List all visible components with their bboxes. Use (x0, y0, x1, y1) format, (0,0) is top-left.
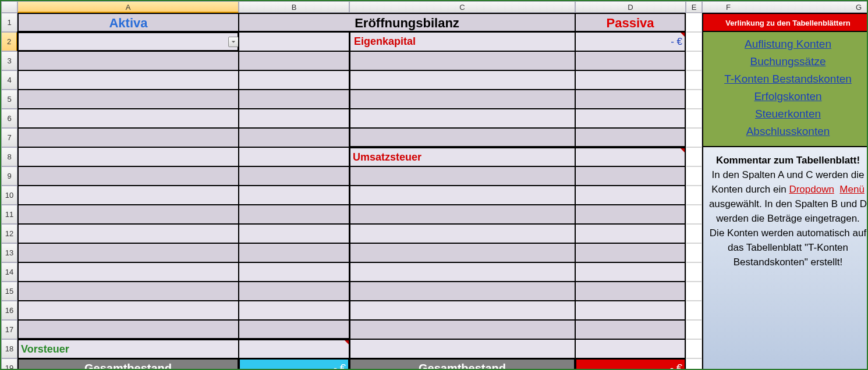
cell-D3[interactable] (575, 51, 686, 70)
row-header-5[interactable]: 5 (1, 90, 17, 109)
row-header-12[interactable]: 12 (1, 224, 17, 243)
cell-E14[interactable] (686, 262, 702, 282)
cell-B7[interactable] (239, 128, 349, 147)
cell-D10[interactable] (575, 186, 686, 205)
cell-B5[interactable] (239, 90, 349, 109)
row-header-8[interactable]: 8 (1, 147, 17, 166)
dropdown-button[interactable] (228, 37, 239, 47)
cell-B14[interactable] (239, 262, 349, 282)
cell-C10[interactable] (349, 186, 575, 205)
cell-E2[interactable] (686, 32, 702, 51)
col-header-A[interactable]: A (17, 1, 239, 13)
row-header-10[interactable]: 10 (1, 186, 17, 205)
cell-C5[interactable] (349, 90, 575, 109)
cell-D14[interactable] (575, 262, 686, 282)
cell-B2[interactable] (239, 32, 349, 51)
cell-E1[interactable] (686, 13, 702, 32)
cell-A5[interactable] (17, 90, 239, 109)
cell-C17[interactable] (349, 320, 575, 339)
cell-C16[interactable] (349, 301, 575, 320)
cell-A8[interactable] (17, 147, 239, 166)
row-header-1[interactable]: 1 (1, 13, 17, 32)
cell-D7[interactable] (575, 128, 686, 147)
cell-B16[interactable] (239, 301, 349, 320)
cell-E10[interactable] (686, 186, 702, 205)
row-header-3[interactable]: 3 (1, 51, 17, 70)
cell-C11[interactable] (349, 205, 575, 224)
row-header-9[interactable]: 9 (1, 166, 17, 186)
cell-B18[interactable] (239, 339, 349, 358)
cell-C15[interactable] (349, 282, 575, 301)
link-tkonten[interactable]: T-Konten Bestandskonten (706, 70, 868, 88)
row-header-19[interactable]: 19 (1, 358, 17, 370)
cell-C12[interactable] (349, 224, 575, 243)
cell-A10[interactable] (17, 186, 239, 205)
row-header-17[interactable]: 17 (1, 320, 17, 339)
row-header-2[interactable]: 2 (1, 32, 17, 51)
cell-D18[interactable] (575, 339, 686, 358)
cell-A14[interactable] (17, 262, 239, 282)
cell-D11[interactable] (575, 205, 686, 224)
col-header-B[interactable]: B (239, 1, 349, 13)
cell-D5[interactable] (575, 90, 686, 109)
cell-C18[interactable] (349, 339, 575, 358)
cell-E4[interactable] (686, 70, 702, 90)
row-header-6[interactable]: 6 (1, 109, 17, 128)
row-header-18[interactable]: 18 (1, 339, 17, 358)
row-header-14[interactable]: 14 (1, 262, 17, 282)
row-header-7[interactable]: 7 (1, 128, 17, 147)
cell-E8[interactable] (686, 147, 702, 166)
link-erfolgskonten[interactable]: Erfolgskonten (706, 88, 868, 105)
cell-E12[interactable] (686, 224, 702, 243)
cell-A18-vorsteuer[interactable]: Vorsteuer (17, 339, 239, 358)
cell-E13[interactable] (686, 243, 702, 262)
cell-D12[interactable] (575, 224, 686, 243)
link-auflistung[interactable]: Auflistung Konten (706, 35, 868, 53)
cell-D17[interactable] (575, 320, 686, 339)
cell-E11[interactable] (686, 205, 702, 224)
row-header-11[interactable]: 11 (1, 205, 17, 224)
cell-A16[interactable] (17, 301, 239, 320)
cell-E15[interactable] (686, 282, 702, 301)
cell-C8-umsatzsteuer[interactable]: Umsatzsteuer (349, 147, 575, 166)
cell-D4[interactable] (575, 70, 686, 90)
col-header-F[interactable]: F G (702, 1, 868, 13)
cell-E9[interactable] (686, 166, 702, 186)
cell-D8[interactable] (575, 147, 686, 166)
cell-D15[interactable] (575, 282, 686, 301)
cell-B11[interactable] (239, 205, 349, 224)
row-header-13[interactable]: 13 (1, 243, 17, 262)
cell-E6[interactable] (686, 109, 702, 128)
cell-D6[interactable] (575, 109, 686, 128)
cell-A15[interactable] (17, 282, 239, 301)
col-header-E[interactable]: E (686, 1, 702, 13)
cell-A9[interactable] (17, 166, 239, 186)
col-header-D[interactable]: D (575, 1, 686, 13)
cell-A3[interactable] (17, 51, 239, 70)
cell-C14[interactable] (349, 262, 575, 282)
cell-E16[interactable] (686, 301, 702, 320)
cell-C9[interactable] (349, 166, 575, 186)
link-steuerkonten[interactable]: Steuerkonten (706, 105, 868, 123)
row-header-15[interactable]: 15 (1, 282, 17, 301)
cell-C6[interactable] (349, 109, 575, 128)
cell-B17[interactable] (239, 320, 349, 339)
cell-A11[interactable] (17, 205, 239, 224)
cell-A7[interactable] (17, 128, 239, 147)
cell-D2[interactable]: - € (575, 32, 686, 51)
cell-B13[interactable] (239, 243, 349, 262)
cell-D16[interactable] (575, 301, 686, 320)
cell-B3[interactable] (239, 51, 349, 70)
link-buchungssaetze[interactable]: Buchungssätze (706, 53, 868, 70)
cell-D13[interactable] (575, 243, 686, 262)
cell-B15[interactable] (239, 282, 349, 301)
cell-C2-eigenkapital[interactable]: Eigenkapital (349, 32, 575, 51)
row-header-16[interactable]: 16 (1, 301, 17, 320)
cell-E18[interactable] (686, 339, 702, 358)
comment-link-dropdown[interactable]: Dropdown (789, 184, 834, 195)
cell-E17[interactable] (686, 320, 702, 339)
cell-C7[interactable] (349, 128, 575, 147)
comment-link-menu[interactable]: Menü (839, 184, 865, 195)
cell-B4[interactable] (239, 70, 349, 90)
cell-C3[interactable] (349, 51, 575, 70)
